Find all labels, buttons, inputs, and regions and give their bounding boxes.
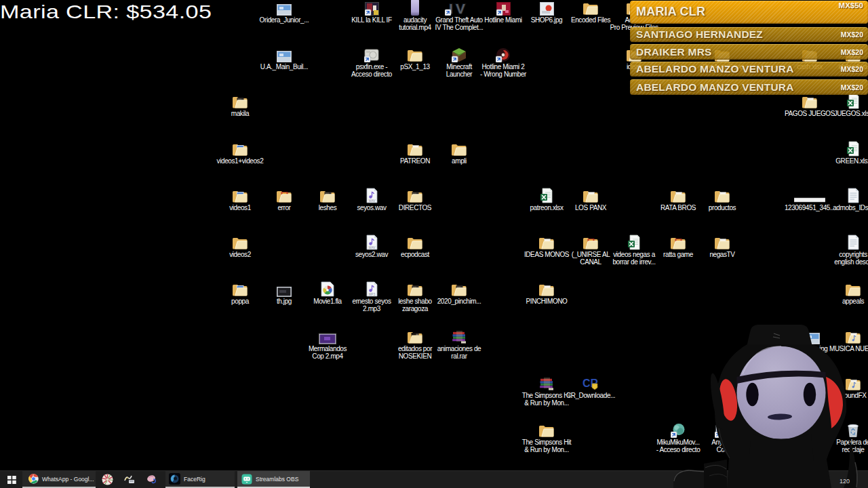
svg-text:MP3: MP3 <box>368 293 375 296</box>
svg-text:WAV: WAV <box>368 199 376 203</box>
svg-text:WAV: WAV <box>368 246 376 249</box>
svg-text:IV: IV <box>449 2 468 16</box>
